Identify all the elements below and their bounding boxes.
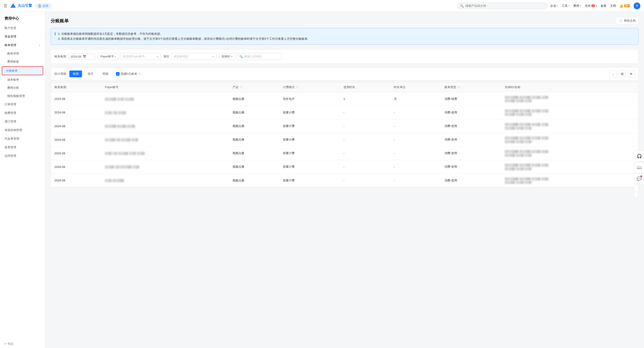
search-input[interactable] (457, 2, 548, 9)
page-title: 分账账单 (50, 18, 69, 24)
info-box: ℹ 1. 分账账单相比账单明细数据存在2天延迟；本数据仅供参考，不作为对账依据。… (50, 28, 638, 45)
search-icon: 🔍 (239, 55, 243, 58)
payer-type-button[interactable]: Payer账号 ▾ (98, 53, 119, 60)
chevron-down-icon: ▾ (157, 55, 158, 58)
chevron-down-icon: ▾ (115, 55, 116, 58)
notification-badge: 99+ (624, 4, 630, 7)
payer-account-filter: Payer账号 ▾ 请选择Payer账号 ▾ (98, 53, 161, 60)
home-tab[interactable]: 🏠 总览 (35, 3, 52, 9)
table-row: 2024-08视频点播按量计费--消费-使用 (51, 106, 638, 119)
project-select[interactable]: 请选择项目 ▾ (171, 53, 216, 60)
table-row: 2024-08视频点播按量计费--消费-使用 (51, 119, 638, 133)
project-label: 项目 (163, 54, 169, 58)
home-icon: 🏠 (38, 4, 42, 8)
sidebar-item-cost-bill[interactable]: 成本账单 (0, 76, 45, 84)
table-toolbar: ↓ ⊞ 👁 (610, 70, 635, 78)
sidebar-item-fee-analysis[interactable]: 费用分析 (0, 84, 45, 92)
sidebar-item-orders[interactable]: 订单管理 (0, 100, 45, 109)
sidebar-item-resource-instance[interactable]: 资源实例管理 (0, 126, 45, 134)
bell-icon: 🔔 (620, 4, 623, 8)
sidebar-item-split-bill[interactable]: 分账账单 (2, 66, 43, 75)
nav-billing[interactable]: 费用 ▾ (573, 4, 581, 8)
checkbox-checked-icon: ✓ (116, 72, 120, 76)
nav-filing[interactable]: 备案 (600, 4, 606, 8)
sidebar-item-vouchers[interactable]: 代金券管理 (0, 134, 45, 143)
tabs-section: 统计周期 账期 按天 明细 ✓ 隐藏0元账单 ⓘ (54, 70, 141, 77)
billing-period-filter: 账务账期 2024-08 📅 (54, 54, 95, 60)
collapse-icon: ≡ (4, 342, 6, 346)
float-expand-btn[interactable]: › (634, 184, 638, 197)
instance-id-type-button[interactable]: 实例ID ▾ (219, 53, 235, 60)
sidebar-item-unsubscribe[interactable]: 退订管理 (0, 117, 45, 126)
chevron-down-icon: ▾ (231, 55, 232, 58)
col-duration-unit: 时长单位 (390, 82, 441, 92)
page-header: 分账账单 📄 帮助文档 (50, 17, 638, 24)
feedback-icon: 💬 (637, 176, 642, 181)
nav-notifications[interactable]: 🔔 99+ (620, 4, 630, 8)
search-icon: 🔍 (460, 4, 464, 8)
table-row: 2024-08视频点播按量计费--消费-使用 (51, 160, 638, 174)
tab-period[interactable]: 账期 (69, 70, 82, 77)
chevron-right-icon: › (636, 189, 636, 192)
sidebar-group-billing[interactable]: 账单管理 ∧ (0, 41, 45, 50)
headset-icon: 🎧 (637, 154, 642, 159)
nav-actions: 企业 ▾ 工具 ▾ 费用 ▾ 支持 1 ▾ 备案 文档 🔔 99+ V (550, 2, 640, 9)
sidebar-group-funds[interactable]: 资金管理 › (0, 32, 45, 41)
nav-logo: 火山引擎 (10, 3, 32, 9)
float-book-btn[interactable]: 📖 (634, 162, 644, 173)
user-avatar[interactable]: V (634, 2, 640, 9)
float-feedback-btn[interactable]: 💬 (634, 173, 644, 184)
payer-type-wrapper: Payer账号 ▾ 请选择Payer账号 ▾ (98, 53, 161, 60)
help-doc-button[interactable]: 📄 帮助文档 (616, 17, 638, 24)
logo-icon (10, 3, 16, 9)
search-container: 🔍 (457, 2, 548, 9)
nav-support[interactable]: 支持 1 ▾ (585, 4, 597, 8)
chevron-down-icon: ▾ (596, 4, 597, 7)
sidebar-item-fee-tag[interactable]: 费用标签 (0, 58, 45, 66)
instance-id-filter: 实例ID ▾ 🔍 请输入实例ID (219, 53, 282, 60)
payer-account-select[interactable]: 请选择Payer账号 ▾ (120, 53, 161, 60)
info-small-icon: ⓘ (138, 72, 141, 76)
sidebar-item-contract[interactable]: 合同管理 (0, 152, 45, 160)
nav-enterprise[interactable]: 企业 ▾ (550, 4, 558, 8)
sidebar: 费用中心 账户总览 资金管理 › 账单管理 ∧ 账单详情 费用标签 分账账单 成… (0, 12, 45, 348)
product-filter-icon[interactable]: ▽ (240, 86, 242, 89)
download-icon: ↓ (612, 72, 614, 76)
sidebar-item-bill-detail[interactable]: 账单详情 (0, 50, 45, 58)
logo-text: 火山引擎 (18, 4, 32, 8)
bill-type-filter-icon[interactable]: ▽ (458, 86, 460, 89)
chevron-down-icon: ▾ (557, 4, 558, 7)
support-badge: 1 (591, 4, 595, 7)
eye-button[interactable]: 👁 (628, 70, 635, 78)
sidebar-item-invoice[interactable]: 发票管理 (0, 143, 45, 152)
chevron-down-icon: ▾ (212, 55, 214, 58)
sidebar-collapse-btn[interactable]: ≡ 收起 (0, 340, 45, 348)
nav-docs[interactable]: 文档 (610, 4, 616, 8)
sidebar-item-renewal[interactable]: 续费管理 (0, 109, 45, 117)
col-billing-mode: 计费模式 ▽ (279, 82, 340, 92)
billing-period-input[interactable]: 2024-08 📅 (68, 54, 95, 60)
download-button[interactable]: ↓ (610, 70, 617, 78)
float-headset-btn[interactable]: 🎧 (634, 151, 644, 162)
sidebar-item-report-template[interactable]: 报告模板管理 (0, 92, 45, 100)
sidebar-item-account-overview[interactable]: 账户总览 (0, 24, 45, 32)
table-row: 2024-08视频点播按量计费--消费-使用 (51, 146, 638, 160)
nav-tools[interactable]: 工具 ▾ (562, 4, 570, 8)
table-header-row: 账务账期 Payer账号 产品 ▽ 计费模式 ▽ (51, 82, 638, 92)
eye-icon: 👁 (630, 72, 633, 76)
instance-id-input[interactable]: 🔍 请输入实例ID (237, 53, 282, 60)
calendar-icon: 📅 (83, 55, 86, 58)
table-row: 2024-08视频点播按量计费--消费-使用 (51, 174, 638, 187)
sidebar-title: 费用中心 (0, 12, 45, 24)
book-icon: 📖 (637, 165, 642, 170)
hide-zero-checkbox[interactable]: ✓ 隐藏0元账单 ⓘ (116, 72, 141, 76)
menu-icon[interactable]: ☰ (4, 4, 7, 8)
col-bill-type: 账单类型 ▽ (441, 82, 502, 92)
tab-day[interactable]: 按天 (84, 70, 97, 77)
col-usage-duration: 使用时长 (340, 82, 390, 92)
tab-detail[interactable]: 明细 (99, 70, 112, 77)
billing-mode-filter-icon[interactable]: ▽ (296, 86, 298, 89)
filter-bar: 账务账期 2024-08 📅 Payer账号 ▾ 请选择Payer账号 ▾ (50, 49, 638, 64)
float-buttons: 🎧 📖 💬 › (634, 151, 644, 197)
delete-button[interactable]: ⊞ (618, 70, 626, 78)
